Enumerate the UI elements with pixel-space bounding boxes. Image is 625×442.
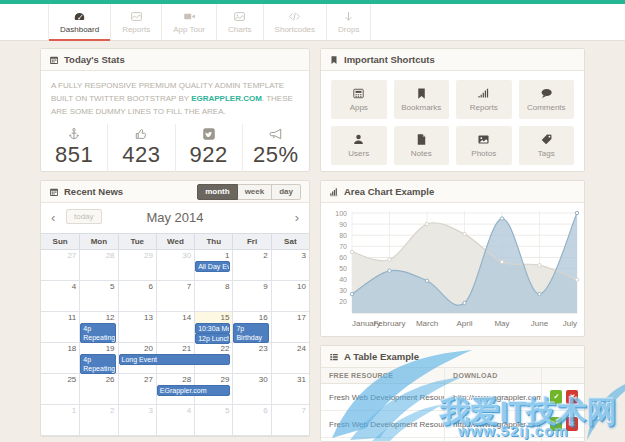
chevron-right-icon[interactable]: ›: [295, 209, 299, 226]
shortcut-tile-photos[interactable]: Photos: [456, 126, 512, 165]
calendar-day-cell[interactable]: 5: [79, 281, 117, 312]
calendar-event[interactable]: 12p Lunch: [195, 333, 230, 344]
nav-tab-label: App Tour: [173, 25, 205, 34]
calendar-day-cell[interactable]: 18: [41, 343, 79, 374]
calendar-day-cell[interactable]: 30: [156, 250, 194, 281]
calendar-day-cell[interactable]: 6: [118, 281, 156, 312]
recent-news-title: Recent News: [64, 186, 123, 197]
shortcut-tile-users[interactable]: Users: [331, 126, 387, 165]
download-url-cell[interactable]: http://www.egrappler.com/: [445, 438, 542, 442]
shortcut-tile-bookmarks[interactable]: Bookmarks: [394, 80, 450, 119]
calendar-day-cell[interactable]: 29: [118, 250, 156, 281]
actions-cell: ✓✕: [542, 411, 584, 438]
calendar-day-cell[interactable]: 6: [232, 405, 270, 436]
shortcut-tile-tags[interactable]: Tags: [519, 126, 575, 165]
shortcut-tile-apps[interactable]: Apps: [331, 80, 387, 119]
shortcut-tile-reports[interactable]: Reports: [456, 80, 512, 119]
calendar-day-cell[interactable]: 24: [271, 343, 309, 374]
nav-tab-drops[interactable]: Drops: [327, 4, 371, 40]
calendar-day-cell[interactable]: 9: [232, 281, 270, 312]
calendar-event[interactable]: 4p Repeating Event: [80, 323, 115, 343]
download-url-cell[interactable]: http://www.egrappler.com/: [445, 411, 542, 438]
remove-button[interactable]: ✕: [566, 390, 578, 404]
calendar-day-cell[interactable]: 10: [271, 281, 309, 312]
nav-tab-shortcodes[interactable]: Shortcodes: [264, 4, 327, 40]
shortcut-tiles: AppsBookmarksReportsCommentsUsersNotesPh…: [321, 71, 584, 174]
stat-item: 851: [41, 124, 107, 172]
calendar-event[interactable]: 4p Repeating Event: [80, 354, 115, 374]
calendar-event[interactable]: Long Event: [119, 354, 231, 365]
today-button[interactable]: today: [66, 209, 102, 224]
calendar-day-cell[interactable]: 2: [232, 250, 270, 281]
remove-button[interactable]: ✕: [566, 417, 578, 431]
calendar-day-cell[interactable]: 28: [79, 250, 117, 281]
calendar-day-cell[interactable]: 23: [232, 343, 270, 374]
calendar-event[interactable]: EGrappler.com: [157, 385, 231, 396]
comments-icon: [540, 87, 553, 100]
actions-cell: ✓✕: [542, 438, 584, 442]
chevron-left-icon[interactable]: ‹: [51, 209, 55, 226]
svg-text:80: 80: [339, 232, 347, 239]
table-row: Fresh Web Development Resourceshttp://ww…: [321, 438, 584, 442]
bookmark-icon: [329, 55, 339, 65]
svg-text:50: 50: [339, 265, 347, 272]
calendar-view-month[interactable]: month: [197, 184, 237, 200]
calendar-day-cell[interactable]: 27: [118, 374, 156, 405]
calendar-view-day[interactable]: day: [272, 184, 301, 200]
stat-value: 423: [108, 142, 174, 168]
calendar-day-cell[interactable]: 11: [41, 312, 79, 343]
nav-tab-reports[interactable]: Reports: [111, 4, 162, 40]
calendar-day-cell[interactable]: 7: [156, 281, 194, 312]
calendar-day-cell[interactable]: 1: [41, 405, 79, 436]
stat-item: 922: [175, 124, 242, 172]
calendar-view-week[interactable]: week: [238, 184, 273, 200]
calendar-day-cell[interactable]: 26: [79, 374, 117, 405]
svg-text:60: 60: [339, 254, 347, 261]
svg-text:June: June: [531, 319, 549, 328]
calendar-day-cell[interactable]: 25: [41, 374, 79, 405]
calendar-day-cell[interactable]: 8: [194, 281, 232, 312]
calendar-day-cell[interactable]: 3: [271, 250, 309, 281]
confirm-button[interactable]: ✓: [550, 390, 562, 404]
day-header-fri: Fri: [232, 234, 270, 249]
nav-tab-charts[interactable]: Charts: [217, 4, 264, 40]
resources-table: FREE RESOURCEDOWNLOAD Fresh Web Developm…: [321, 368, 584, 442]
egrappler-link[interactable]: EGRAPPLER.COM: [191, 94, 262, 103]
nav-tab-app-tour[interactable]: App Tour: [162, 4, 217, 40]
recent-news-header: Recent News monthweekday: [41, 181, 309, 203]
calendar-day-cell[interactable]: 3: [118, 405, 156, 436]
svg-text:February: February: [373, 319, 405, 328]
calendar-day-cell[interactable]: 4: [41, 281, 79, 312]
shortcut-tile-comments[interactable]: Comments: [519, 80, 575, 119]
svg-text:90: 90: [339, 221, 347, 228]
calendar-event[interactable]: All Day Event: [195, 261, 230, 272]
area-chart-header: Area Chart Example: [321, 181, 584, 203]
area-chart-panel: Area Chart Example 2030405060708090100Ja…: [320, 180, 585, 337]
calendar-day-cell[interactable]: 27: [41, 250, 79, 281]
table-row: Fresh Web Development Resourceshttp://ww…: [321, 384, 584, 411]
important-shortcuts-title: Important Shortcuts: [344, 54, 435, 65]
svg-text:30: 30: [339, 287, 347, 294]
drops-icon: [342, 10, 355, 23]
table-column-header: DOWNLOAD: [445, 368, 542, 384]
confirm-button[interactable]: ✓: [550, 417, 562, 431]
calendar-day-cell[interactable]: 17: [271, 312, 309, 343]
shortcut-tile-notes[interactable]: Notes: [394, 126, 450, 165]
calendar-day-cell[interactable]: 30: [232, 374, 270, 405]
calendar-day-cell[interactable]: 13: [118, 312, 156, 343]
calendar-day-cell[interactable]: 5: [194, 405, 232, 436]
calendar-day-cell[interactable]: 7: [271, 405, 309, 436]
svg-text:May: May: [494, 319, 509, 328]
download-url-cell[interactable]: http://www.egrappler.com/: [445, 384, 542, 411]
svg-text:40: 40: [339, 276, 347, 283]
calendar-day-cell[interactable]: 4: [156, 405, 194, 436]
calendar-day-cell[interactable]: 2: [79, 405, 117, 436]
calendar-day-cell[interactable]: 31: [271, 374, 309, 405]
stats-description: A FULLY RESPONSIVE PREMIUM QUALITY ADMIN…: [41, 71, 309, 121]
calendar-day-cell[interactable]: 14: [156, 312, 194, 343]
nav-tab-dashboard[interactable]: Dashboard: [48, 4, 111, 40]
bookmarks-icon: [415, 87, 428, 100]
calendar-event[interactable]: 7p Birthday Party: [233, 323, 268, 343]
svg-text:April: April: [456, 319, 472, 328]
calendar-toolbar: ‹ today May 2014 ›: [41, 203, 309, 233]
